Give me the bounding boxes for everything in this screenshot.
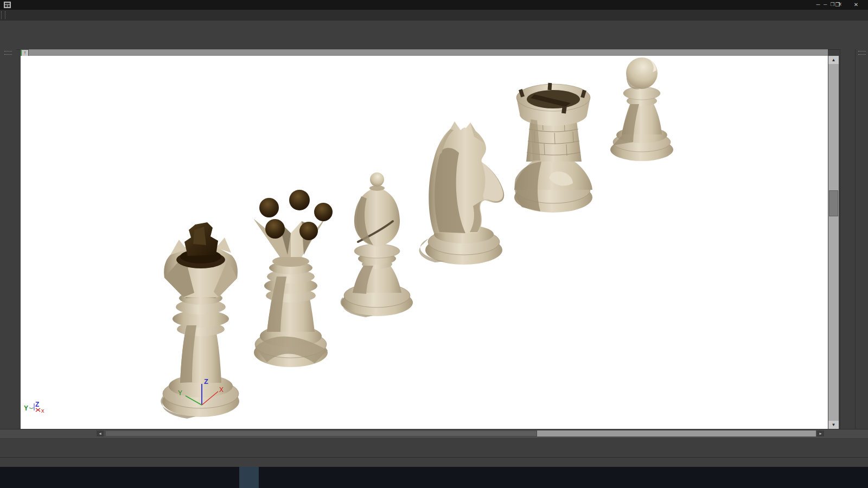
corner-y-label: Y (24, 404, 28, 412)
horizontal-scroll-thumb[interactable] (105, 431, 537, 436)
turbocad-window: ─ ❐ ✕ ─❐✕ ↑ (0, 0, 868, 488)
scroll-down-button[interactable]: ▼ (828, 421, 839, 429)
3d-tools-toolbar (855, 49, 868, 429)
corner-x-label: x (41, 407, 44, 414)
drawing-tools-toolbar (0, 49, 16, 429)
title-bar: ─ ❐ ✕ (0, 0, 868, 10)
toolbar-grip[interactable] (4, 51, 12, 55)
corner-x-mark (36, 408, 40, 412)
sheet-scroll-left-button[interactable]: ◄ (97, 431, 104, 436)
ucs-z-label: Z (204, 377, 208, 386)
sheet-scroll-right-button[interactable]: ► (817, 431, 824, 436)
properties-toolbar (0, 35, 868, 50)
menu-bar (0, 10, 868, 21)
corner-axis-indicator: Y Z x (24, 401, 44, 414)
horizontal-scrollbar[interactable] (105, 431, 816, 436)
windows-taskbar (0, 467, 868, 488)
piece-bishop[interactable] (340, 172, 413, 317)
drawing-canvas[interactable]: Z X Y (21, 56, 828, 429)
scroll-up-button[interactable]: ▲ (828, 56, 839, 64)
chess-scene: Z X Y (21, 56, 828, 429)
vertical-scrollbar[interactable]: ▲ ▼ (828, 56, 839, 429)
piece-queen[interactable] (254, 190, 333, 367)
piece-king[interactable] (161, 222, 239, 419)
close-button[interactable]: ✕ (847, 0, 865, 10)
piece-rook[interactable] (514, 83, 592, 213)
taskbar-active-app-tile[interactable] (239, 467, 259, 488)
vertical-scroll-thumb[interactable] (829, 190, 838, 216)
standard-toolbar (0, 21, 868, 35)
palette-tab-strip (840, 49, 855, 429)
inspector-bar (0, 437, 868, 458)
app-icon (4, 2, 11, 8)
piece-pawn[interactable] (610, 57, 673, 161)
sheet-tab-row: ◄ ► (0, 429, 868, 438)
menu-grip[interactable] (1, 11, 5, 19)
toolbar-grip[interactable] (858, 51, 866, 55)
status-bar (0, 457, 868, 467)
ucs-x-label: X (219, 386, 224, 394)
ucs-y-label: Y (178, 389, 182, 397)
viewport-top-strip (21, 49, 828, 56)
mdi-window-controls[interactable]: ─❐✕ (824, 2, 845, 7)
piece-knight[interactable] (419, 121, 504, 265)
corner-z-label: Z (35, 401, 39, 408)
